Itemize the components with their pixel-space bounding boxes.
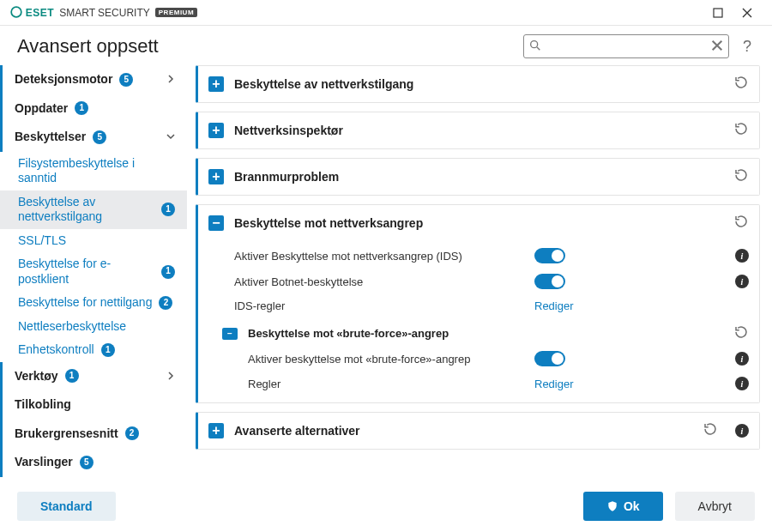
sidebar-item-label: Deteksjonsmotor	[15, 72, 112, 88]
reset-icon[interactable]	[733, 121, 749, 140]
sidebar-item-protections[interactable]: Beskyttelser 5	[0, 123, 187, 152]
panel-firewall-troubleshoot: + Brannmurproblem	[196, 158, 760, 196]
count-badge: 1	[101, 343, 115, 357]
count-badge: 2	[125, 426, 139, 440]
expand-icon: +	[208, 123, 224, 138]
sidebar-item-device-control[interactable]: Enhetskontroll 1	[0, 338, 187, 362]
panel-header[interactable]: − Beskyttelse mot nettverksangrep	[198, 205, 759, 241]
count-badge: 1	[161, 265, 175, 279]
count-badge: 5	[80, 456, 93, 469]
panel-header[interactable]: + Nettverksinspektør	[198, 112, 759, 148]
expand-icon: +	[208, 169, 224, 184]
ok-button-label: Ok	[624, 499, 640, 513]
setting-enable-ids: Aktiver Beskyttelse mot nettverksangrep …	[208, 243, 749, 269]
toggle-enable-botnet[interactable]	[534, 274, 565, 289]
toggle-enable-bruteforce[interactable]	[534, 351, 565, 366]
count-badge: 5	[119, 73, 133, 87]
collapse-icon: −	[222, 328, 238, 340]
sidebar-item-label: Verktøy	[15, 369, 58, 384]
info-icon[interactable]: i	[735, 352, 749, 366]
panel-advanced-options: + Avanserte alternativer i	[196, 412, 760, 450]
reset-icon[interactable]	[733, 75, 749, 94]
sidebar-item-ssl-tls[interactable]: SSL/TLS	[0, 229, 187, 253]
toggle-enable-ids[interactable]	[534, 248, 565, 263]
sidebar-item-label: SSL/TLS	[18, 233, 66, 249]
edit-link[interactable]: Rediger	[534, 299, 574, 312]
panel-header[interactable]: + Beskyttelse av nettverkstilgang	[198, 66, 759, 102]
sidebar-item-label: Tilkobling	[15, 397, 71, 413]
panel-title: Brannmurproblem	[234, 170, 339, 184]
setting-enable-botnet: Aktiver Botnet-beskyttelse i	[208, 269, 749, 294]
count-badge: 5	[93, 130, 106, 144]
svg-rect-1	[714, 9, 722, 17]
chevron-down-icon	[166, 130, 175, 145]
count-badge: 1	[65, 369, 79, 383]
info-icon[interactable]: i	[735, 249, 749, 263]
help-button[interactable]: ?	[739, 38, 755, 56]
edit-link[interactable]: Rediger	[534, 378, 574, 390]
reset-icon[interactable]	[733, 214, 749, 233]
sidebar-item-realtime-fs[interactable]: Filsystembeskyttelse i sanntid	[0, 152, 187, 190]
sidebar-item-label: Enhetskontroll	[18, 342, 94, 358]
sidebar: Deteksjonsmotor 5 Oppdater 1 Beskyttelse…	[0, 65, 187, 479]
window-maximize-button[interactable]	[703, 1, 733, 25]
sidebar-item-label: Brukergrensesnitt	[15, 426, 118, 442]
panel-title: Nettverksinspektør	[234, 124, 343, 137]
search-input[interactable]	[523, 34, 729, 58]
setting-label: IDS-regler	[234, 299, 526, 312]
sidebar-item-label: Beskyttelse av nettverkstilgang	[18, 195, 154, 225]
sidebar-item-detection-engine[interactable]: Deteksjonsmotor 5	[0, 65, 187, 94]
sidebar-item-web-access-protection[interactable]: Beskyttelse for nettilgang 2	[0, 291, 187, 315]
sidebar-item-network-access-protection[interactable]: Beskyttelse av nettverkstilgang 1	[0, 190, 187, 229]
setting-label: Regler	[248, 378, 526, 390]
cancel-button[interactable]: Avbryt	[675, 492, 755, 521]
panel-network-inspector: + Nettverksinspektør	[196, 112, 760, 149]
panel-network-access-protection: + Beskyttelse av nettverkstilgang	[196, 65, 760, 103]
sidebar-item-tools[interactable]: Verktøy 1	[0, 362, 187, 391]
sidebar-item-label: Beskyttelse for nettilgang	[18, 295, 152, 311]
sidebar-item-update[interactable]: Oppdater 1	[0, 94, 187, 124]
panel-header[interactable]: + Brannmurproblem	[198, 159, 759, 195]
setting-label: Aktiver beskyttelse mot «brute-force»-an…	[248, 353, 526, 366]
page-title: Avansert oppsett	[17, 35, 159, 57]
panel-body: Aktiver Beskyttelse mot nettverksangrep …	[198, 241, 759, 402]
sidebar-item-label: Varslinger	[15, 455, 73, 470]
info-icon[interactable]: i	[735, 424, 749, 438]
header-row: Avansert oppsett ?	[0, 26, 772, 65]
info-icon[interactable]: i	[735, 377, 749, 390]
panel-title: Beskyttelse mot nettverksangrep	[234, 216, 423, 230]
search-field-wrap	[523, 34, 729, 58]
setting-enable-bruteforce: Aktiver beskyttelse mot «brute-force»-an…	[208, 346, 749, 372]
chevron-right-icon	[166, 369, 175, 384]
setting-label: Aktiver Beskyttelse mot nettverksangrep …	[234, 250, 526, 263]
sidebar-item-ui[interactable]: Brukergrensesnitt 2	[0, 420, 187, 449]
subpanel-brute-force[interactable]: − Beskyttelse mot «brute-force»-angrep	[208, 317, 749, 346]
sidebar-item-browser-protection[interactable]: Nettleserbeskyttelse	[0, 315, 187, 339]
sidebar-item-connection[interactable]: Tilkobling	[0, 390, 187, 420]
count-badge: 2	[159, 296, 172, 310]
ok-button[interactable]: Ok	[583, 492, 663, 521]
sidebar-item-label: Nettleserbeskyttelse	[18, 319, 126, 335]
sidebar-item-label: Beskyttelse for e-postklient	[18, 257, 154, 287]
count-badge: 1	[75, 101, 88, 115]
default-button[interactable]: Standard	[17, 492, 116, 521]
sidebar-item-label: Beskyttelser	[15, 130, 86, 145]
panel-title: Beskyttelse av nettverkstilgang	[234, 77, 413, 91]
setting-ids-rules: IDS-regler Rediger	[208, 294, 749, 317]
footer: Standard Ok Avbryt	[0, 481, 772, 532]
shield-icon	[606, 500, 618, 512]
edition-badge: PREMIUM	[155, 8, 197, 17]
panel-header[interactable]: + Avanserte alternativer i	[198, 413, 759, 449]
reset-icon[interactable]	[733, 324, 749, 342]
sidebar-item-notifications[interactable]: Varslinger 5	[0, 448, 187, 477]
sidebar-item-email-client-protection[interactable]: Beskyttelse for e-postklient 1	[0, 252, 187, 291]
info-icon[interactable]: i	[735, 275, 749, 288]
reset-icon[interactable]	[703, 421, 718, 440]
clear-search-icon[interactable]	[710, 39, 724, 56]
window-close-button[interactable]	[733, 1, 762, 25]
count-badge: 1	[161, 203, 175, 216]
collapse-icon: −	[208, 215, 224, 231]
svg-point-0	[11, 7, 21, 17]
brand: ESET SMART SECURITY PREMIUM	[10, 6, 197, 19]
reset-icon[interactable]	[733, 167, 749, 186]
